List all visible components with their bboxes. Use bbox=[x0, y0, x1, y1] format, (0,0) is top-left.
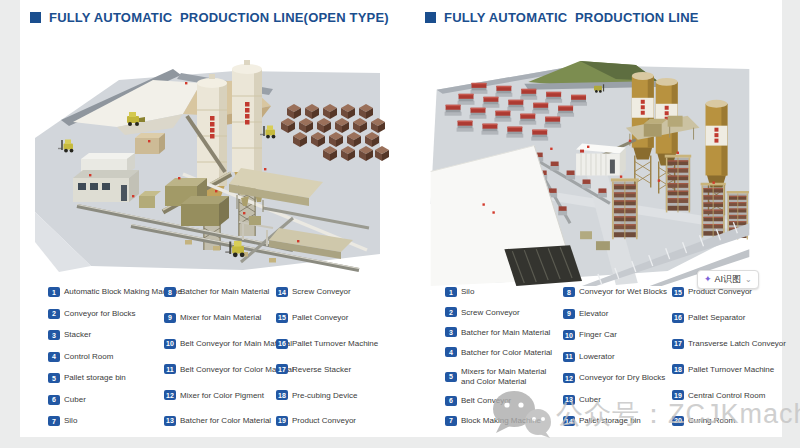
legend-number-badge: 6 bbox=[445, 396, 457, 406]
chevron-down-icon: ⌄ bbox=[745, 276, 752, 284]
legend-item: 19 Central Control Room bbox=[672, 390, 792, 400]
legend-label: Lowerator bbox=[579, 352, 615, 361]
legend-column: 1 Silo 2 Screw Conveyor 3 Batcher for Ma… bbox=[445, 287, 563, 426]
legend-label: Silo bbox=[64, 416, 77, 425]
legend-column: 15 Product Conveyor 16 Pallet Separator … bbox=[672, 287, 792, 426]
legend-number-badge: 1 bbox=[445, 287, 457, 297]
legend-item: 9 Mixer for Main Material bbox=[164, 313, 276, 323]
legend-item: 11 Belt Conveyor for Color Material bbox=[164, 364, 276, 374]
catalog-page: FULLY AUTOMATIC PRODUCTION LINE(OPEN TYP… bbox=[20, 0, 782, 437]
legend-open-type: 1 Automatic Block Making Machine 2 Conve… bbox=[48, 287, 396, 426]
legend-item: 16 Pallet Turnover Machine bbox=[276, 339, 396, 349]
legend-item: 4 Control Room bbox=[48, 352, 164, 362]
legend-number-badge: 20 bbox=[672, 416, 684, 426]
legend-item: 6 Cuber bbox=[48, 395, 164, 405]
legend-label: Conveyor for Wet Blocks bbox=[579, 287, 667, 296]
legend-number-badge: 4 bbox=[445, 347, 457, 357]
legend-item: 16 Pallet Separator bbox=[672, 313, 792, 323]
legend-number-badge: 10 bbox=[164, 339, 176, 349]
left-panel-title: FULLY AUTOMATIC PRODUCTION LINE(OPEN TYP… bbox=[30, 10, 389, 25]
legend-item: 12 Mixer for Color Pigment bbox=[164, 390, 276, 400]
legend-label: Pallet Conveyor bbox=[292, 313, 348, 322]
sparkle-icon: ✦ bbox=[704, 275, 712, 284]
legend-label: Central Control Room bbox=[688, 391, 765, 400]
legend-number-badge: 2 bbox=[445, 307, 457, 317]
legend-item: 7 Block Making Machine bbox=[445, 416, 563, 426]
legend-number-badge: 7 bbox=[445, 416, 457, 426]
legend-item: 18 Pallet Turnover Machine bbox=[672, 364, 792, 374]
legend-item: 4 Batcher for Color Material bbox=[445, 347, 563, 357]
right-panel-title: FULLY AUTOMATIC PRODUCTION LINE bbox=[425, 10, 699, 25]
legend-item: 7 Silo bbox=[48, 416, 164, 426]
legend-item: 3 Batcher for Main Material bbox=[445, 327, 563, 337]
legend-label: Batcher for Color Material bbox=[461, 348, 552, 357]
legend-number-badge: 12 bbox=[164, 390, 176, 400]
legend-number-badge: 8 bbox=[164, 287, 176, 297]
legend-label: Pallet Turnover Machine bbox=[292, 339, 378, 348]
legend-item: 1 Silo bbox=[445, 287, 563, 297]
legend-item: 13 Cuber bbox=[563, 395, 672, 405]
legend-number-badge: 13 bbox=[164, 416, 176, 426]
legend-label: Product Conveyor bbox=[292, 416, 356, 425]
legend-item: 5 Mixers for Main Material and Color Mat… bbox=[445, 367, 563, 385]
legend-column: 8 Batcher for Main Material 9 Mixer for … bbox=[164, 287, 276, 426]
legend-item: 6 Belt Conveyor bbox=[445, 396, 563, 406]
legend-number-badge: 7 bbox=[48, 416, 60, 426]
legend-label: Pallet Turnover Machine bbox=[688, 365, 774, 374]
legend-number-badge: 16 bbox=[672, 313, 684, 323]
legend-label: Block Making Machine bbox=[461, 416, 541, 425]
legend-number-badge: 12 bbox=[563, 373, 575, 383]
control-room bbox=[73, 153, 139, 202]
legend-number-badge: 9 bbox=[164, 313, 176, 323]
legend-number-badge: 3 bbox=[445, 327, 457, 337]
page-title: FULLY AUTOMATIC PRODUCTION LINE bbox=[444, 10, 699, 25]
legend-label: Conveyor for Dry Blocks bbox=[579, 373, 665, 382]
legend-item: 14 Screw Conveyor bbox=[276, 287, 396, 297]
legend-number-badge: 14 bbox=[276, 287, 288, 297]
legend-label: Reverse Stacker bbox=[292, 365, 351, 374]
legend-label: Cuber bbox=[64, 395, 86, 404]
page-title: FULLY AUTOMATIC PRODUCTION LINE(OPEN TYP… bbox=[49, 10, 389, 25]
legend-number-badge: 2 bbox=[48, 309, 60, 319]
legend-item: 8 Conveyor for Wet Blocks bbox=[563, 287, 672, 297]
legend-fully-automatic: 1 Silo 2 Screw Conveyor 3 Batcher for Ma… bbox=[445, 287, 800, 426]
legend-label: Mixers for Main Material and Color Mater… bbox=[461, 367, 546, 385]
legend-number-badge: 16 bbox=[276, 339, 288, 349]
legend-item: 18 Pre-cubing Device bbox=[276, 390, 396, 400]
legend-number-badge: 17 bbox=[672, 339, 684, 349]
legend-column: 8 Conveyor for Wet Blocks 9 Elevator 10 … bbox=[563, 287, 672, 426]
ai-recognize-button[interactable]: ✦ AI识图 ⌄ bbox=[697, 270, 759, 289]
legend-item: 19 Product Conveyor bbox=[276, 416, 396, 426]
legend-label: Screw Conveyor bbox=[292, 287, 351, 296]
legend-number-badge: 11 bbox=[164, 364, 176, 374]
ai-recognize-label: AI识图 bbox=[715, 273, 742, 286]
legend-label: Batcher for Main Material bbox=[461, 328, 550, 337]
title-bullet-icon bbox=[425, 12, 436, 23]
legend-item: 12 Conveyor for Dry Blocks bbox=[563, 373, 672, 383]
legend-label: Mixer for Main Material bbox=[180, 313, 261, 322]
legend-item: 10 Belt Conveyor for Main Material bbox=[164, 339, 276, 349]
legend-item: 2 Screw Conveyor bbox=[445, 307, 563, 317]
legend-item: 10 Finger Car bbox=[563, 330, 672, 340]
title-bullet-icon bbox=[30, 12, 41, 23]
legend-label: Mixer for Color Pigment bbox=[180, 391, 264, 400]
legend-number-badge: 6 bbox=[48, 395, 60, 405]
fully-automatic-production-line-illustration bbox=[430, 54, 750, 286]
legend-label: Screw Conveyor bbox=[461, 308, 520, 317]
legend-item: 15 Pallet Conveyor bbox=[276, 313, 396, 323]
legend-label: Finger Car bbox=[579, 330, 617, 339]
legend-label: Curing Room bbox=[688, 416, 735, 425]
legend-item: 20 Curing Room bbox=[672, 416, 792, 426]
legend-label: Pallet Separator bbox=[688, 313, 745, 322]
legend-number-badge: 5 bbox=[445, 372, 457, 382]
legend-column: 1 Automatic Block Making Machine 2 Conve… bbox=[48, 287, 164, 426]
legend-number-badge: 10 bbox=[563, 330, 575, 340]
legend-label: Conveyor for Blocks bbox=[64, 309, 136, 318]
legend-number-badge: 8 bbox=[563, 287, 575, 297]
legend-number-badge: 3 bbox=[48, 330, 60, 340]
legend-label: Control Room bbox=[64, 352, 113, 361]
site-cabin bbox=[135, 133, 165, 154]
legend-number-badge: 1 bbox=[48, 287, 60, 297]
legend-item: 11 Lowerator bbox=[563, 352, 672, 362]
legend-number-badge: 14 bbox=[563, 416, 575, 426]
